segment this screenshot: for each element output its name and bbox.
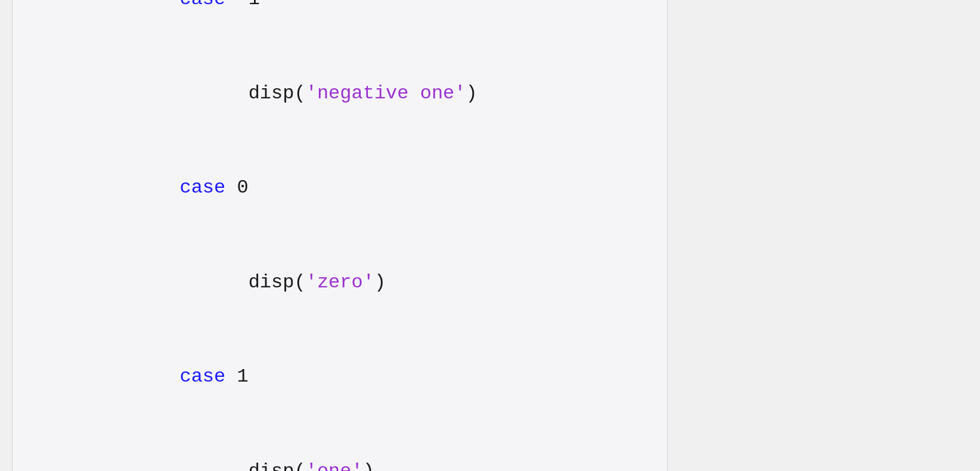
code-token-disp1-close: ) bbox=[466, 82, 477, 104]
code-token-disp1-func: disp( bbox=[111, 82, 305, 104]
code-token-indent3 bbox=[111, 365, 179, 388]
code-line-disp-1: disp('one') bbox=[42, 424, 637, 471]
code-token-indent2 bbox=[111, 176, 179, 199]
code-token-disp2-str: 'zero' bbox=[306, 271, 374, 293]
code-token-case2-val: 0 bbox=[225, 176, 248, 199]
code-token-disp3-close: ) bbox=[363, 460, 374, 471]
code-token-disp3-str: 'one' bbox=[306, 460, 363, 471]
code-line-case-neg1: case -1 bbox=[42, 0, 637, 47]
code-token-case1-val: -1 bbox=[225, 0, 260, 10]
code-token-case2-kw: case bbox=[179, 176, 225, 199]
code-token-indent1 bbox=[111, 0, 179, 10]
code-token-disp1-str: 'negative one' bbox=[306, 82, 466, 104]
code-token-case3-kw: case bbox=[179, 365, 225, 388]
code-token-case3-val: 1 bbox=[225, 365, 248, 388]
code-block: clc n = -1 switch n case -1 disp('negati… bbox=[42, 0, 637, 471]
code-token-disp2-close: ) bbox=[374, 271, 386, 293]
code-line-case-1: case 1 bbox=[42, 330, 637, 424]
code-token-disp3-func: disp( bbox=[111, 460, 305, 471]
code-line-disp-0: disp('zero') bbox=[42, 235, 637, 330]
code-token-case1-kw: case bbox=[179, 0, 225, 10]
code-line-disp-neg1: disp('negative one') bbox=[42, 47, 637, 141]
code-editor-panel: clc n = -1 switch n case -1 disp('negati… bbox=[12, 0, 668, 471]
code-token-disp2-func: disp( bbox=[111, 271, 305, 293]
code-line-case-0: case 0 bbox=[42, 141, 637, 235]
